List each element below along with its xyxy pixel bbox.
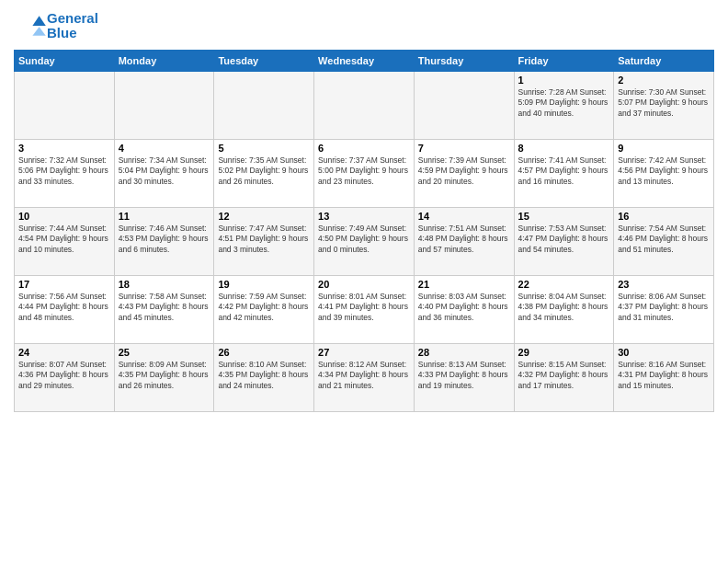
day-info: Sunrise: 7:46 AM Sunset: 4:53 PM Dayligh… xyxy=(119,224,210,255)
day-info: Sunrise: 7:41 AM Sunset: 4:57 PM Dayligh… xyxy=(518,155,610,187)
calendar-cell: 7Sunrise: 7:39 AM Sunset: 4:59 PM Daylig… xyxy=(414,140,514,208)
day-number: 18 xyxy=(119,279,210,290)
day-number: 4 xyxy=(119,143,210,154)
calendar-cell: 12Sunrise: 7:47 AM Sunset: 4:51 PM Dayli… xyxy=(214,208,314,276)
calendar: SundayMondayTuesdayWednesdayThursdayFrid… xyxy=(14,50,714,412)
day-info: Sunrise: 8:09 AM Sunset: 4:35 PM Dayligh… xyxy=(119,360,210,391)
day-info: Sunrise: 7:54 AM Sunset: 4:46 PM Dayligh… xyxy=(618,224,710,255)
logo-blue: Blue xyxy=(47,26,98,41)
day-info: Sunrise: 7:53 AM Sunset: 4:47 PM Dayligh… xyxy=(518,224,610,255)
day-number: 13 xyxy=(318,211,410,222)
day-info: Sunrise: 7:59 AM Sunset: 4:42 PM Dayligh… xyxy=(218,292,310,323)
day-number: 20 xyxy=(318,279,410,290)
logo-svg xyxy=(14,9,47,42)
calendar-cell: 2Sunrise: 7:30 AM Sunset: 5:07 PM Daylig… xyxy=(614,72,714,140)
weekday-header: Thursday xyxy=(414,51,514,72)
calendar-cell xyxy=(114,72,214,140)
weekday-header: Saturday xyxy=(614,51,714,72)
day-number: 30 xyxy=(618,347,710,358)
day-number: 24 xyxy=(18,347,110,358)
calendar-week: 3Sunrise: 7:32 AM Sunset: 5:06 PM Daylig… xyxy=(15,140,714,208)
day-number: 11 xyxy=(119,211,210,222)
day-info: Sunrise: 7:28 AM Sunset: 5:09 PM Dayligh… xyxy=(518,87,610,119)
day-info: Sunrise: 7:42 AM Sunset: 4:56 PM Dayligh… xyxy=(618,155,710,187)
header: General Blue xyxy=(14,9,714,42)
day-info: Sunrise: 7:51 AM Sunset: 4:48 PM Dayligh… xyxy=(418,224,510,255)
calendar-cell xyxy=(414,72,514,140)
calendar-week: 1Sunrise: 7:28 AM Sunset: 5:09 PM Daylig… xyxy=(15,72,714,140)
calendar-week: 17Sunrise: 7:56 AM Sunset: 4:44 PM Dayli… xyxy=(15,276,714,344)
weekday-header: Wednesday xyxy=(314,51,415,72)
calendar-cell: 28Sunrise: 8:13 AM Sunset: 4:33 PM Dayli… xyxy=(414,344,514,412)
day-number: 6 xyxy=(318,143,410,154)
day-info: Sunrise: 7:49 AM Sunset: 4:50 PM Dayligh… xyxy=(318,224,410,255)
day-info: Sunrise: 7:47 AM Sunset: 4:51 PM Dayligh… xyxy=(218,224,310,255)
day-number: 2 xyxy=(618,75,710,86)
calendar-cell: 20Sunrise: 8:01 AM Sunset: 4:41 PM Dayli… xyxy=(314,276,415,344)
day-info: Sunrise: 7:37 AM Sunset: 5:00 PM Dayligh… xyxy=(318,155,410,187)
day-info: Sunrise: 8:04 AM Sunset: 4:38 PM Dayligh… xyxy=(518,292,610,323)
day-info: Sunrise: 8:01 AM Sunset: 4:41 PM Dayligh… xyxy=(318,292,410,323)
day-number: 29 xyxy=(518,347,610,358)
day-info: Sunrise: 7:30 AM Sunset: 5:07 PM Dayligh… xyxy=(618,87,710,119)
weekday-header: Friday xyxy=(514,51,614,72)
page: General Blue SundayMondayTuesdayWednesda… xyxy=(0,0,728,563)
day-number: 8 xyxy=(518,143,610,154)
day-number: 12 xyxy=(218,211,310,222)
day-number: 25 xyxy=(119,347,210,358)
calendar-cell xyxy=(214,72,314,140)
day-number: 22 xyxy=(518,279,610,290)
day-info: Sunrise: 8:10 AM Sunset: 4:35 PM Dayligh… xyxy=(218,360,310,391)
day-number: 1 xyxy=(518,75,610,86)
day-info: Sunrise: 8:13 AM Sunset: 4:33 PM Dayligh… xyxy=(418,360,510,391)
calendar-cell: 4Sunrise: 7:34 AM Sunset: 5:04 PM Daylig… xyxy=(114,140,214,208)
calendar-cell: 16Sunrise: 7:54 AM Sunset: 4:46 PM Dayli… xyxy=(614,208,714,276)
day-info: Sunrise: 8:07 AM Sunset: 4:36 PM Dayligh… xyxy=(18,360,110,391)
calendar-cell: 11Sunrise: 7:46 AM Sunset: 4:53 PM Dayli… xyxy=(114,208,214,276)
day-number: 14 xyxy=(418,211,510,222)
day-number: 21 xyxy=(418,279,510,290)
calendar-cell: 27Sunrise: 8:12 AM Sunset: 4:34 PM Dayli… xyxy=(314,344,415,412)
day-info: Sunrise: 7:35 AM Sunset: 5:02 PM Dayligh… xyxy=(218,155,310,187)
calendar-cell: 26Sunrise: 8:10 AM Sunset: 4:35 PM Dayli… xyxy=(214,344,314,412)
calendar-cell: 1Sunrise: 7:28 AM Sunset: 5:09 PM Daylig… xyxy=(514,72,614,140)
logo-general: General xyxy=(47,11,98,27)
calendar-cell: 18Sunrise: 7:58 AM Sunset: 4:43 PM Dayli… xyxy=(114,276,214,344)
calendar-cell xyxy=(15,72,115,140)
calendar-cell xyxy=(314,72,415,140)
calendar-cell: 23Sunrise: 8:06 AM Sunset: 4:37 PM Dayli… xyxy=(614,276,714,344)
day-info: Sunrise: 7:34 AM Sunset: 5:04 PM Dayligh… xyxy=(119,155,210,187)
calendar-cell: 24Sunrise: 8:07 AM Sunset: 4:36 PM Dayli… xyxy=(15,344,115,412)
day-info: Sunrise: 8:16 AM Sunset: 4:31 PM Dayligh… xyxy=(618,360,710,391)
day-number: 16 xyxy=(618,211,710,222)
weekday-header: Monday xyxy=(114,51,214,72)
weekday-header: Tuesday xyxy=(214,51,314,72)
calendar-week: 10Sunrise: 7:44 AM Sunset: 4:54 PM Dayli… xyxy=(15,208,714,276)
calendar-cell: 30Sunrise: 8:16 AM Sunset: 4:31 PM Dayli… xyxy=(614,344,714,412)
calendar-header: SundayMondayTuesdayWednesdayThursdayFrid… xyxy=(15,51,714,72)
calendar-cell: 5Sunrise: 7:35 AM Sunset: 5:02 PM Daylig… xyxy=(214,140,314,208)
calendar-cell: 25Sunrise: 8:09 AM Sunset: 4:35 PM Dayli… xyxy=(114,344,214,412)
calendar-cell: 8Sunrise: 7:41 AM Sunset: 4:57 PM Daylig… xyxy=(514,140,614,208)
day-number: 19 xyxy=(218,279,310,290)
calendar-cell: 10Sunrise: 7:44 AM Sunset: 4:54 PM Dayli… xyxy=(15,208,115,276)
svg-marker-1 xyxy=(32,27,45,36)
day-info: Sunrise: 8:06 AM Sunset: 4:37 PM Dayligh… xyxy=(618,292,710,323)
calendar-cell: 3Sunrise: 7:32 AM Sunset: 5:06 PM Daylig… xyxy=(15,140,115,208)
day-number: 9 xyxy=(618,143,710,154)
calendar-week: 24Sunrise: 8:07 AM Sunset: 4:36 PM Dayli… xyxy=(15,344,714,412)
calendar-cell: 14Sunrise: 7:51 AM Sunset: 4:48 PM Dayli… xyxy=(414,208,514,276)
day-number: 5 xyxy=(218,143,310,154)
calendar-cell: 13Sunrise: 7:49 AM Sunset: 4:50 PM Dayli… xyxy=(314,208,415,276)
day-number: 15 xyxy=(518,211,610,222)
calendar-cell: 17Sunrise: 7:56 AM Sunset: 4:44 PM Dayli… xyxy=(15,276,115,344)
day-number: 23 xyxy=(618,279,710,290)
day-info: Sunrise: 8:12 AM Sunset: 4:34 PM Dayligh… xyxy=(318,360,410,391)
day-number: 3 xyxy=(18,143,110,154)
weekday-header: Sunday xyxy=(15,51,115,72)
weekday-row: SundayMondayTuesdayWednesdayThursdayFrid… xyxy=(15,51,714,72)
day-info: Sunrise: 8:03 AM Sunset: 4:40 PM Dayligh… xyxy=(418,292,510,323)
calendar-cell: 29Sunrise: 8:15 AM Sunset: 4:32 PM Dayli… xyxy=(514,344,614,412)
day-number: 10 xyxy=(18,211,110,222)
day-number: 7 xyxy=(418,143,510,154)
